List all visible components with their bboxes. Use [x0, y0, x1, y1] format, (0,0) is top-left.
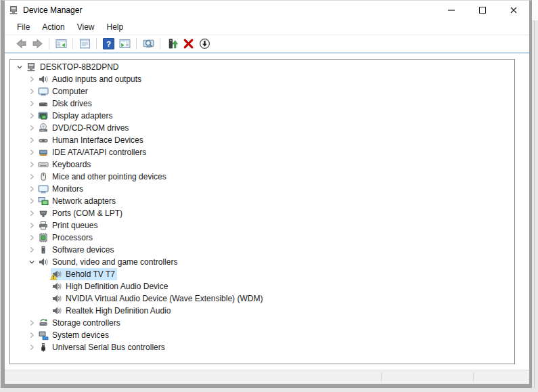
- chevron-right-icon[interactable]: [26, 86, 37, 97]
- tree-item-sound-video-and-game-controllers[interactable]: Sound, video and game controllers: [10, 256, 514, 268]
- device-manager-window: Device Manager FileActionViewHelp DESKTO…: [1, 0, 532, 388]
- menu-view[interactable]: View: [71, 20, 101, 35]
- close-icon: [508, 5, 519, 16]
- chevron-right-icon[interactable]: [26, 147, 37, 158]
- tree-item-computer[interactable]: Computer: [10, 85, 514, 97]
- chevron-right-icon[interactable]: [26, 232, 37, 243]
- tree-item-monitors[interactable]: Monitors: [10, 183, 514, 195]
- properties-button[interactable]: [77, 37, 92, 51]
- tree-item-dvd-cd-rom-drives[interactable]: DVD/CD-ROM drives: [10, 122, 514, 134]
- tree-indent-spacer: [40, 269, 51, 280]
- scan-for-hardware-changes-button[interactable]: [141, 37, 156, 51]
- status-bar-divider: [473, 372, 474, 382]
- chevron-down-icon[interactable]: [14, 62, 25, 72]
- tree-item-label: NVIDIA Virtual Audio Device (Wave Extens…: [66, 292, 263, 305]
- chevron-right-icon[interactable]: [26, 123, 37, 133]
- chevron-right-icon[interactable]: [26, 342, 37, 353]
- tree-item-label: Human Interface Devices: [52, 134, 143, 146]
- tree-item-label: Computer: [52, 85, 88, 97]
- menu-bar: FileActionViewHelp: [5, 20, 529, 35]
- chevron-right-icon[interactable]: [26, 208, 37, 219]
- minimize-button[interactable]: [436, 1, 467, 20]
- chevron-right-icon[interactable]: [26, 318, 37, 328]
- speaker-icon: [38, 74, 49, 85]
- tree-item-disk-drives[interactable]: Disk drives: [10, 97, 514, 110]
- show-hide-console-tree-button[interactable]: [53, 37, 68, 51]
- ide-icon: [38, 147, 49, 158]
- tree-item-nvidia-virtual-audio-device-wave-extensible-wdm[interactable]: NVIDIA Virtual Audio Device (Wave Extens…: [10, 292, 514, 305]
- help-button[interactable]: [101, 37, 116, 51]
- status-bar: [5, 370, 529, 384]
- tree-item-label: DESKTOP-8B2DPND: [40, 61, 118, 73]
- chevron-right-icon[interactable]: [26, 171, 37, 182]
- help-icon: [103, 38, 114, 49]
- chevron-right-icon[interactable]: [26, 110, 37, 121]
- tree-item-high-definition-audio-device[interactable]: High Definition Audio Device: [10, 280, 514, 292]
- nav-back-icon: [16, 38, 27, 49]
- tree-item-label: High Definition Audio Device: [66, 280, 168, 292]
- uninstall-icon: [183, 38, 194, 49]
- ports-icon: [38, 208, 49, 219]
- status-bar-divider: [381, 372, 382, 382]
- cpu-icon: [38, 232, 49, 243]
- chevron-right-icon[interactable]: [26, 74, 37, 85]
- chevron-right-icon[interactable]: [26, 183, 37, 194]
- chevron-down-icon[interactable]: [26, 257, 37, 267]
- update-device-driver-button[interactable]: [164, 37, 179, 51]
- tree-item-storage-controllers[interactable]: Storage controllers: [10, 317, 514, 329]
- chevron-right-icon[interactable]: [26, 244, 37, 255]
- maximize-button[interactable]: [467, 1, 498, 20]
- tree-item-print-queues[interactable]: Print queues: [10, 219, 514, 232]
- tree-item-keyboards[interactable]: Keyboards: [10, 158, 514, 171]
- tree-item-human-interface-devices[interactable]: Human Interface Devices: [10, 134, 514, 146]
- tree-item-desktop-8b2dpnd[interactable]: DESKTOP-8B2DPND: [10, 61, 514, 73]
- hid-icon: [38, 135, 49, 146]
- chevron-right-icon[interactable]: [26, 98, 37, 109]
- speaker-icon: [51, 305, 62, 316]
- tree-item-audio-inputs-and-outputs[interactable]: Audio inputs and outputs: [10, 73, 514, 85]
- tree-item-display-adapters[interactable]: Display adapters: [10, 110, 514, 122]
- menu-action[interactable]: Action: [36, 20, 70, 35]
- chevron-right-icon[interactable]: [26, 196, 37, 206]
- storage-icon: [38, 318, 49, 328]
- window-shadow-line: [534, 20, 535, 388]
- back-button[interactable]: [14, 37, 28, 51]
- tree-item-universal-serial-bus-controllers[interactable]: Universal Serial Bus controllers: [10, 341, 514, 353]
- chevron-right-icon[interactable]: [26, 159, 37, 170]
- monitor-icon: [38, 183, 49, 194]
- disable-device-button[interactable]: [197, 37, 212, 51]
- menu-help[interactable]: Help: [101, 20, 130, 35]
- tree-item-label: Network adapters: [52, 195, 116, 207]
- chevron-right-icon[interactable]: [26, 330, 37, 341]
- menu-file[interactable]: File: [11, 20, 36, 35]
- tree-item-processors[interactable]: Processors: [10, 232, 514, 244]
- tree-item-network-adapters[interactable]: Network adapters: [10, 195, 514, 207]
- minimize-icon: [446, 5, 457, 16]
- tree-item-label: Sound, video and game controllers: [52, 256, 177, 268]
- chevron-right-icon[interactable]: [26, 220, 37, 231]
- title-bar[interactable]: Device Manager: [5, 1, 529, 20]
- caption-buttons: [436, 1, 529, 20]
- forward-button[interactable]: [30, 37, 45, 51]
- tree-item-behold-tv-t7[interactable]: Behold TV T7: [10, 268, 514, 280]
- tree-item-realtek-high-definition-audio[interactable]: Realtek High Definition Audio: [10, 305, 514, 317]
- uninstall-device-button[interactable]: [181, 37, 196, 51]
- device-tree[interactable]: DESKTOP-8B2DPNDAudio inputs and outputsC…: [9, 59, 515, 364]
- action-pane-button[interactable]: [117, 37, 132, 51]
- update-driver-icon: [166, 38, 178, 49]
- speaker-icon: [51, 269, 62, 280]
- tree-item-ports-com-lpt[interactable]: Ports (COM & LPT): [10, 207, 514, 219]
- close-button[interactable]: [498, 1, 529, 20]
- background-window-strip: [531, 0, 538, 20]
- toolbar-separator: [49, 38, 49, 49]
- tree-item-system-devices[interactable]: System devices: [10, 329, 514, 341]
- chevron-right-icon[interactable]: [26, 135, 37, 146]
- tree-item-software-devices[interactable]: Software devices: [10, 244, 514, 256]
- printer-icon: [38, 220, 49, 231]
- tree-item-mice-and-other-pointing-devices[interactable]: Mice and other pointing devices: [10, 171, 514, 183]
- speaker-icon: [51, 293, 62, 304]
- system-icon: [38, 330, 49, 341]
- tree-item-ide-ata-atapi-controllers[interactable]: IDE ATA/ATAPI controllers: [10, 146, 514, 158]
- console-tree-icon: [55, 38, 67, 49]
- scan-hardware-icon: [143, 38, 154, 49]
